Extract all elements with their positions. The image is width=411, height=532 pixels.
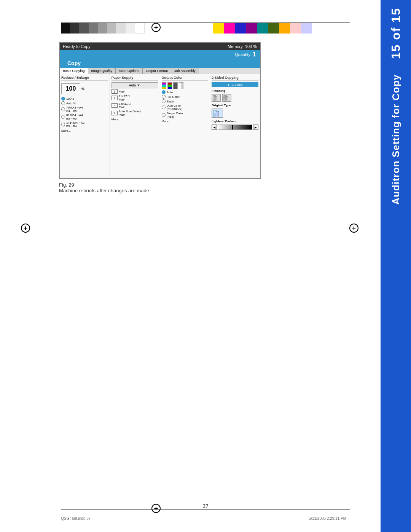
radio-black: [162, 99, 166, 103]
finishing-icons: [212, 94, 258, 102]
radio-70pct: [61, 107, 65, 111]
radio-dual-color: [162, 105, 166, 109]
radio-100pct: [61, 97, 65, 101]
svg-marker-0: [137, 85, 140, 86]
quantity-bar: Quantity 1: [60, 50, 260, 59]
swatch-lavender: [301, 23, 312, 34]
file-info-left: QSG Half.indb 37: [61, 516, 91, 521]
swatch-gray2: [89, 23, 98, 34]
swatch-light-pink: [290, 23, 301, 34]
swatch-white: [135, 23, 145, 34]
option-100pct[interactable]: 100%: [61, 97, 108, 101]
option-70pct[interactable]: 70%A3→A4B4→B5: [61, 106, 108, 113]
screen-body: Reduce / Enlarge 100 % 100% Auto % 70%A3…: [60, 74, 260, 176]
tab-output-format[interactable]: Output Format: [143, 68, 171, 74]
figure-number: Fig. 29: [59, 182, 151, 188]
option-black[interactable]: Black: [162, 99, 209, 103]
reduce-enlarge-header: Reduce / Enlarge: [61, 76, 108, 81]
registration-mark-bottom: [151, 504, 161, 513]
paper-icon-5: 5: [112, 111, 118, 115]
two-sided-col: 2 Sided Copying 1 - 1 Sided Finishing: [210, 74, 260, 176]
two-sided-header: 2 Sided Copying: [212, 76, 258, 81]
option-dual-color[interactable]: Dual Color(Red/Black): [162, 104, 209, 111]
option-auto-pct[interactable]: Auto %: [61, 101, 108, 105]
quantity-label: Quantity: [235, 52, 250, 57]
paper-icon-3: 3: [112, 103, 118, 108]
swatch-near-white: [126, 23, 135, 34]
tab-image-quality[interactable]: Image Quality: [88, 68, 116, 74]
lighten-right-arrow[interactable]: ►: [253, 125, 258, 130]
tab-job-assembly[interactable]: Job Assembly: [171, 68, 199, 74]
radio-auto-color: [162, 90, 166, 94]
lighten-slider[interactable]: [218, 125, 252, 130]
finishing-icon-1[interactable]: [212, 94, 221, 102]
option-full-color[interactable]: Full Color: [162, 95, 209, 99]
screen-title-bar: Copy: [60, 59, 260, 68]
lighten-left-arrow[interactable]: ◄: [212, 125, 217, 130]
ready-status: Ready to Copy: [63, 44, 91, 49]
paper-option-2[interactable]: 2 11x17 □Plain: [112, 94, 158, 101]
color-icon-rgb: [167, 82, 172, 89]
radio-full-color: [162, 95, 166, 99]
swatch-teal: [257, 23, 268, 34]
finishing-icon-2[interactable]: [222, 94, 231, 102]
color-icon-mixed: [179, 82, 183, 89]
swatch-gray4: [107, 23, 116, 34]
page-number: 37: [202, 503, 209, 509]
quantity-value: 1: [253, 51, 256, 58]
radio-141pct: [61, 123, 65, 126]
lighten-darken-control: ◄ ►: [212, 125, 258, 130]
original-type-icon[interactable]: [212, 109, 223, 118]
radio-auto-pct: [61, 101, 65, 105]
screen-header: Ready to Copy Memory 100 %: [60, 43, 260, 50]
swatch-dark-gray: [70, 23, 79, 34]
original-type-header: Original Type: [212, 104, 258, 107]
copy-title: Copy: [63, 59, 85, 67]
paper-option-1[interactable]: 1 Plain: [112, 89, 158, 94]
lighten-darken-header: Lighten / Darken: [212, 120, 258, 123]
swatch-gray1: [79, 23, 88, 34]
file-info-right: 5/31/2005 2:29:11 PM: [309, 516, 346, 521]
option-81pct[interactable]: 81%B4→A4B5→A5: [61, 113, 108, 120]
swatch-orange: [279, 23, 290, 34]
output-color-col: Output Color Auto Full Color Black: [160, 74, 210, 176]
sidebar-chapter-title: Auditron Setting for Copy: [390, 74, 402, 205]
color-icon-black: [173, 82, 178, 89]
right-sidebar: 15 of 15 Auditron Setting for Copy: [381, 0, 411, 532]
auto-paper-button[interactable]: Auto: [112, 82, 158, 88]
paper-more[interactable]: More...: [112, 118, 158, 121]
swatch-blue: [235, 23, 246, 34]
registration-mark-top: [151, 23, 161, 32]
reduce-value[interactable]: 100: [61, 83, 80, 94]
option-141pct[interactable]: 141%A4→A3B5→B4: [61, 121, 108, 128]
two-sided-selected[interactable]: 1 - 1 Sided: [212, 82, 258, 87]
radio-81pct: [61, 115, 65, 119]
reduce-enlarge-col: Reduce / Enlarge 100 % 100% Auto % 70%A3…: [60, 74, 110, 176]
paper-option-3[interactable]: 3 8.5x11 □Plain: [112, 102, 158, 109]
paper-option-5[interactable]: 5 Auto Size DetectPlain: [112, 110, 158, 117]
swatch-magenta: [224, 23, 235, 34]
output-color-header: Output Color: [162, 76, 209, 81]
swatch-gray3: [98, 23, 107, 34]
grayscale-bar: [61, 23, 145, 34]
swatch-light-gray: [116, 23, 125, 34]
top-rule: [61, 22, 350, 22]
color-more[interactable]: More...: [162, 120, 209, 123]
option-single-color[interactable]: Single Color(Red): [162, 112, 209, 118]
reduce-unit: %: [81, 87, 84, 91]
radio-single-color: [162, 113, 166, 117]
reduce-more[interactable]: More...: [61, 129, 108, 133]
tab-scan-options[interactable]: Scan Options: [116, 68, 143, 74]
top-right-rule: [350, 22, 350, 34]
color-icon-group: [162, 82, 209, 89]
finishing-header: Finishing: [212, 89, 258, 93]
top-left-rule: [61, 22, 61, 34]
option-auto-color[interactable]: Auto: [162, 90, 209, 94]
lighten-indicator: [232, 125, 233, 129]
color-bar: [213, 23, 312, 34]
svg-rect-7: [215, 111, 219, 117]
tab-basic-copying[interactable]: Basic Copying: [60, 68, 88, 74]
swatch-purple: [246, 23, 257, 34]
registration-mark-right: [349, 224, 358, 233]
screen-tabs: Basic Copying Image Quality Scan Options…: [60, 68, 260, 74]
